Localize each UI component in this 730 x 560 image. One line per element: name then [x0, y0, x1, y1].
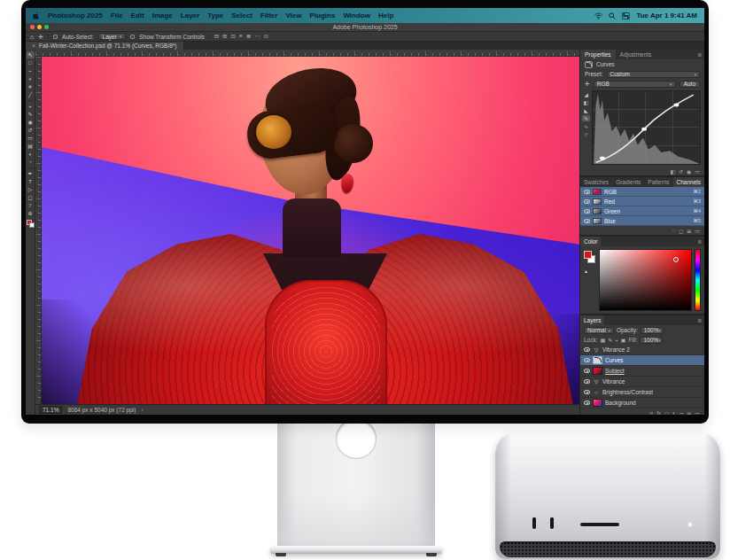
tab-properties[interactable]: Properties — [580, 50, 616, 59]
canvas-image[interactable] — [42, 57, 579, 404]
visibility-eye-icon[interactable] — [584, 369, 590, 373]
tool-move[interactable]: ↖ — [27, 51, 35, 58]
layer-row-vibrance-2[interactable]: ▽ Vibrance 2 — [580, 345, 704, 355]
blend-mode-dropdown[interactable]: Normal▾ — [584, 327, 614, 334]
tool-clone-stamp[interactable]: ◉ — [27, 119, 35, 126]
clip-to-layer-icon[interactable]: ◧ — [670, 168, 675, 175]
tool-crop[interactable]: # — [27, 83, 35, 90]
menu-item-type[interactable]: Type — [207, 12, 223, 19]
visibility-eye-icon[interactable] — [584, 358, 590, 362]
curves-graph[interactable] — [592, 90, 701, 165]
search-icon[interactable] — [609, 12, 616, 19]
tab-gradients[interactable]: Gradients — [612, 177, 644, 187]
close-document-icon[interactable]: × — [32, 43, 35, 49]
smooth-curve-icon[interactable]: ∿ — [584, 123, 588, 129]
control-center-icon[interactable] — [622, 12, 630, 19]
distribute-h-icon[interactable]: ≣ — [246, 33, 251, 40]
toggle-visibility-icon[interactable]: ◉ — [687, 168, 691, 175]
home-icon[interactable]: ⌂ — [30, 34, 34, 40]
visibility-eye-icon[interactable] — [584, 379, 590, 384]
load-selection-icon[interactable]: ◌ — [672, 228, 676, 233]
auto-select-checkbox[interactable] — [53, 35, 58, 39]
delete-adjustment-icon[interactable]: ▭ — [695, 168, 700, 175]
vertical-ruler[interactable] — [35, 57, 42, 404]
channel-row-red[interactable]: Red ⌘3 — [580, 197, 704, 206]
tool-zoom[interactable]: ⊕ — [27, 210, 35, 217]
tool-brush[interactable]: ✎ — [27, 111, 35, 118]
auto-select-dropdown[interactable]: Layer▾ — [98, 33, 127, 40]
status-chevron-icon[interactable]: › — [141, 407, 143, 413]
channel-row-green[interactable]: Green ⌘4 — [580, 206, 704, 216]
tool-eyedropper[interactable]: ╱ — [27, 91, 35, 98]
menu-item-file[interactable]: File — [111, 12, 123, 19]
new-adjustment-icon[interactable]: ◐ — [672, 410, 676, 415]
foreground-background-swatches[interactable] — [27, 220, 35, 228]
hue-slider[interactable] — [695, 249, 701, 311]
tool-blur[interactable]: ◗ — [27, 151, 35, 158]
delete-layer-icon[interactable]: ▭ — [695, 410, 700, 415]
targeted-adjustment-icon[interactable]: ☞ — [584, 131, 588, 137]
tab-patterns[interactable]: Patterns — [644, 177, 672, 187]
opacity-dropdown[interactable]: 100%▾ — [641, 327, 664, 334]
align-left-icon[interactable]: ⊟ — [214, 33, 219, 40]
delete-channel-icon[interactable]: ▭ — [695, 228, 700, 234]
lock-position-icon[interactable]: + — [615, 338, 618, 343]
menu-item-filter[interactable]: Filter — [260, 12, 278, 19]
horizontal-ruler[interactable] — [35, 50, 579, 57]
tool-dodge[interactable]: ◔ — [27, 159, 35, 166]
channel-row-rgb[interactable]: RGB ⌘2 — [580, 187, 704, 197]
tool-healing-brush[interactable]: + — [27, 103, 35, 110]
color-picker-ring[interactable] — [673, 257, 679, 262]
channel-row-blue[interactable]: Blue ⌘5 — [580, 216, 704, 226]
menu-item-edit[interactable]: Edit — [131, 12, 144, 19]
menu-item-select[interactable]: Select — [231, 12, 252, 19]
document-tab[interactable]: × Fall-Winter-Collection.psd @ 71.1% (Cu… — [26, 42, 184, 50]
tool-quick-selection[interactable]: ⌖ — [27, 75, 35, 82]
panel-menu-icon[interactable]: ≣ — [695, 50, 704, 59]
link-layers-icon[interactable]: ∞ — [649, 410, 653, 415]
save-selection-icon[interactable]: ◻ — [679, 228, 683, 234]
align-options-icon[interactable]: ⊙ — [264, 33, 268, 40]
lock-image-icon[interactable]: ✎ — [608, 337, 612, 343]
saturation-brightness-field[interactable] — [599, 249, 692, 311]
layer-row-curves[interactable]: Curves — [580, 355, 704, 366]
tab-layers[interactable]: Layers — [580, 315, 605, 325]
fill-dropdown[interactable]: 100%▾ — [640, 337, 663, 344]
menu-item-window[interactable]: Window — [343, 12, 370, 19]
visibility-eye-icon[interactable] — [584, 219, 590, 223]
tool-type[interactable]: T — [27, 178, 35, 185]
tool-pen[interactable]: ✒ — [27, 170, 35, 177]
black-point-eyedropper-icon[interactable]: ◢ — [584, 91, 588, 97]
distribute-v-icon[interactable]: ≡ — [239, 33, 243, 40]
white-point-eyedropper-icon[interactable]: ◣ — [584, 107, 588, 113]
menu-item-help[interactable]: Help — [378, 12, 393, 19]
visibility-eye-icon[interactable] — [584, 190, 590, 194]
menu-item-view[interactable]: View — [285, 12, 301, 19]
tool-shape[interactable]: ◻ — [27, 194, 35, 201]
new-group-icon[interactable]: ▱ — [680, 410, 684, 415]
layer-row-subject[interactable]: Subject — [580, 366, 704, 377]
tab-channels[interactable]: Channels — [673, 177, 704, 187]
curve-pencil-icon[interactable]: ✎ — [582, 115, 590, 121]
lock-artboard-icon[interactable]: ▣ — [621, 337, 626, 343]
tool-hand[interactable]: ☞ — [27, 202, 35, 209]
more-options-icon[interactable]: ⋯ — [254, 33, 260, 40]
foreground-color-swatch[interactable] — [584, 251, 592, 259]
new-channel-icon[interactable]: ⊞ — [687, 228, 691, 234]
tab-swatches[interactable]: Swatches — [580, 177, 612, 187]
new-layer-icon[interactable]: ⊞ — [687, 410, 691, 415]
show-transform-checkbox[interactable] — [130, 35, 135, 39]
reset-adjustment-icon[interactable]: ↺ — [679, 168, 683, 175]
menu-item-plugins[interactable]: Plugins — [309, 12, 335, 19]
move-tool-icon[interactable]: ✛ — [38, 34, 43, 40]
align-center-icon[interactable]: ⊞ — [222, 33, 227, 40]
tool-lasso[interactable]: ~ — [27, 67, 35, 74]
curve-line[interactable] — [593, 91, 700, 164]
preset-dropdown[interactable]: Custom▾ — [607, 71, 700, 78]
layer-row-vibrance[interactable]: ▽ Vibrance — [580, 377, 704, 387]
wifi-icon[interactable] — [594, 12, 602, 19]
tool-history-brush[interactable]: ↺ — [27, 127, 35, 134]
visibility-eye-icon[interactable] — [584, 199, 590, 204]
layer-effects-icon[interactable]: fx — [656, 410, 661, 415]
add-mask-icon[interactable]: ◻ — [664, 410, 669, 415]
